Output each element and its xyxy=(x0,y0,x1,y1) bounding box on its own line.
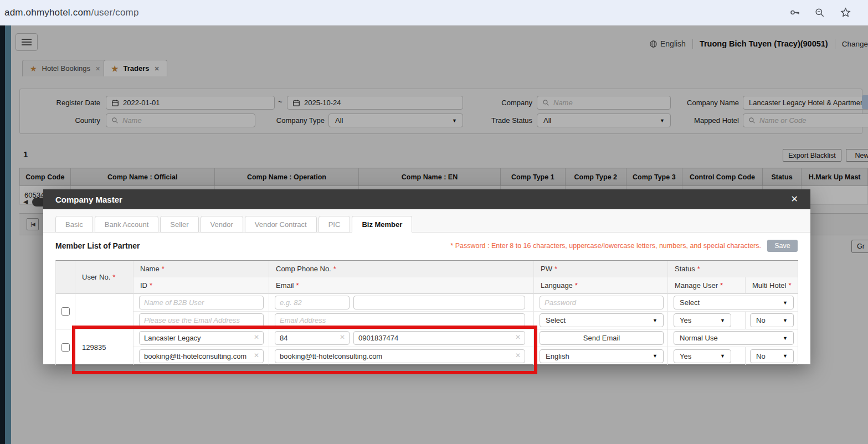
caret-down-icon: ▼ xyxy=(653,318,658,323)
browser-address-bar[interactable]: adm.ohmyhotel.com/user/comp xyxy=(0,0,868,25)
tab-biz-member[interactable]: Biz Member xyxy=(352,216,412,233)
status-select[interactable]: Select▼ xyxy=(674,296,794,309)
pw-header: PW* xyxy=(534,261,668,277)
caret-down-icon: ▼ xyxy=(720,318,725,323)
id-header: ID* xyxy=(133,277,269,294)
manage-user-select-cell: Yes▼ xyxy=(668,347,746,365)
bookmark-star-icon[interactable] xyxy=(839,7,851,19)
url-text[interactable]: adm.ohmyhotel.com/user/comp xyxy=(4,7,139,18)
password-note: * Password : Enter 8 to 16 characters, u… xyxy=(450,242,761,250)
screen: adm.ohmyhotel.com/user/comp xyxy=(0,0,868,444)
multi-hotel-select[interactable]: No▼ xyxy=(750,349,794,363)
row-checkbox[interactable] xyxy=(61,307,70,316)
caret-down-icon: ▼ xyxy=(653,353,658,359)
user-no-header: User No.* xyxy=(75,261,133,294)
name-input[interactable] xyxy=(139,296,264,309)
row-checkbox-cell xyxy=(56,294,75,329)
language-header: Language* xyxy=(534,277,668,294)
multi-hotel-select[interactable]: No▼ xyxy=(750,313,794,327)
manage-user-select[interactable]: Yes▼ xyxy=(674,313,731,327)
name-input-cell xyxy=(133,294,269,312)
modal-header: Company Master xyxy=(43,189,810,209)
phone-input-cell xyxy=(269,294,534,312)
manage-user-select[interactable]: Yes▼ xyxy=(674,349,731,363)
language-select-cell: English▼ xyxy=(534,347,668,365)
caret-down-icon: ▼ xyxy=(783,318,788,323)
tab-seller[interactable]: Seller xyxy=(160,216,198,233)
modal-title: Company Master xyxy=(55,195,122,204)
key-icon[interactable] xyxy=(788,7,800,19)
language-select[interactable]: English▼ xyxy=(540,349,664,363)
save-button[interactable]: Save xyxy=(767,240,798,252)
status-select[interactable]: Normal Use▼ xyxy=(674,331,794,345)
zoom-out-icon[interactable] xyxy=(814,7,826,19)
name-header: Name* xyxy=(133,261,269,277)
checkbox-column-header xyxy=(56,261,75,294)
caret-down-icon: ▼ xyxy=(783,335,788,341)
caret-down-icon: ▼ xyxy=(783,300,788,306)
user-no-cell-empty xyxy=(75,294,133,329)
close-icon[interactable] xyxy=(791,195,798,204)
phone-code-input[interactable] xyxy=(275,296,350,309)
language-select[interactable]: Select▼ xyxy=(540,313,664,327)
tab-pic[interactable]: PIC xyxy=(319,216,351,233)
multi-hotel-header: Multi Hotel* xyxy=(746,277,798,294)
status-select-cell: Normal Use▼ xyxy=(668,329,798,347)
caret-down-icon: ▼ xyxy=(720,353,725,359)
tab-bank-account[interactable]: Bank Account xyxy=(95,216,159,233)
phone-number-input[interactable] xyxy=(353,296,525,309)
pw-input-cell xyxy=(534,294,668,312)
language-select-cell: Select▼ xyxy=(534,312,668,329)
comp-phone-header: Comp Phone No.* xyxy=(269,261,534,277)
tab-vendor[interactable]: Vendor xyxy=(201,216,243,233)
section-title: Member List of Partner xyxy=(55,241,140,250)
highlight-annotation xyxy=(72,326,537,374)
status-header: Status* xyxy=(668,261,798,277)
modal-tab-bar: Basic Bank Account Seller Vendor Vendor … xyxy=(43,209,810,233)
status-select-cell: Select▼ xyxy=(668,294,798,312)
manage-user-select-cell: Yes▼ xyxy=(668,312,746,329)
email-header: Email* xyxy=(269,277,534,294)
row-checkbox[interactable] xyxy=(61,343,70,352)
multi-hotel-select-cell: No▼ xyxy=(746,347,798,365)
send-email-button[interactable]: Send Email xyxy=(540,331,664,345)
tab-vendor-contract[interactable]: Vendor Contract xyxy=(245,216,317,233)
caret-down-icon: ▼ xyxy=(783,353,788,359)
send-email-cell: Send Email xyxy=(534,329,668,347)
manage-user-header: Manage User* xyxy=(668,277,746,294)
tab-basic[interactable]: Basic xyxy=(55,216,93,233)
multi-hotel-select-cell: No▼ xyxy=(746,312,798,329)
password-input[interactable] xyxy=(540,296,664,309)
